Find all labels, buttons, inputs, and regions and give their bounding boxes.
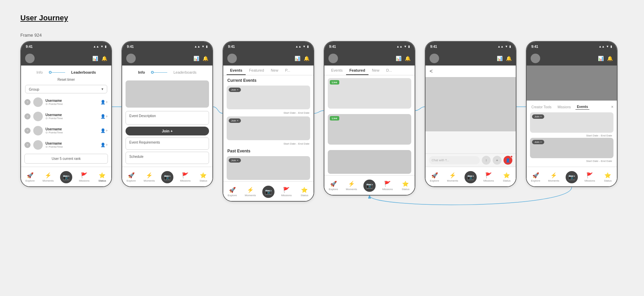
nav-moments-2[interactable]: ⚡ Moments [140, 172, 158, 182]
creator-tools-tab[interactable]: Creator Tools [530, 105, 553, 110]
rank-badge-3: ? [24, 128, 31, 134]
add-friend-icon-1[interactable]: 👤+ [100, 100, 108, 105]
nav-missions-tab-3[interactable]: 🚩 Missions [278, 187, 296, 197]
signal-icon-4: ▲▲ [396, 45, 402, 48]
join-badge-3[interactable]: Join + [229, 158, 241, 163]
add-friend-icon-3[interactable]: 👤+ [100, 128, 108, 133]
group-dropdown[interactable]: Group ▾ [25, 85, 107, 93]
chart-icon-2[interactable]: 📊 [193, 56, 199, 61]
nav-missions-6[interactable]: 📷 [563, 171, 581, 183]
tab-featured-4[interactable]: Featured [346, 66, 368, 75]
screen4-scroll[interactable]: Live Live [324, 75, 415, 175]
nav-explore-5[interactable]: 🚀 Explore [425, 172, 443, 182]
nav-explore-6[interactable]: 🚀 Explore [527, 172, 545, 182]
add-btn[interactable]: + [493, 156, 501, 165]
nav-status-5[interactable]: ⭐ Status [498, 172, 516, 182]
nav-missions-4[interactable]: 📷 [360, 180, 378, 192]
nav-missions-tab-2[interactable]: 🚩 Missions [176, 172, 194, 182]
nav-explore-3[interactable]: 🚀 Explore [223, 187, 241, 197]
live-btn[interactable]: 👤 [504, 156, 512, 165]
top-bar-icons-4: 📊 🔔 [396, 56, 411, 61]
camera-icon-3: 📷 [265, 188, 272, 195]
bell-icon-3[interactable]: 🔔 [304, 56, 309, 61]
join-button-2[interactable]: Join + [126, 127, 209, 135]
lightning-icon-4: ⚡ [348, 181, 355, 187]
nav-moments-4[interactable]: ⚡ Moments [342, 181, 360, 191]
overlay-join-badge-2[interactable]: Join + [532, 140, 544, 144]
chart-icon[interactable]: 📊 [92, 56, 98, 61]
lb-item-1: ? Username ⊙ Points/Time 👤+ [24, 96, 108, 108]
screen2-scroll[interactable]: Info Leaderboards Event Description Join… [122, 66, 212, 167]
status-icons-2: ▲▲ ▼ ▮ [194, 45, 208, 48]
bell-icon[interactable]: 🔔 [101, 56, 107, 61]
status-icons-1: ▲▲ ▼ ▮ [93, 45, 107, 48]
overlay-close-btn[interactable]: × [611, 105, 613, 109]
bell-icon-5[interactable]: 🔔 [506, 56, 512, 61]
nav-missions-3[interactable]: 📷 [259, 186, 277, 198]
nav-missions-tab-1[interactable]: 🚩 Missions [75, 172, 93, 182]
tab-events-3[interactable]: Events [227, 66, 246, 75]
nav-explore-1[interactable]: 🚀 Explore [21, 172, 39, 182]
rocket-icon: 🚀 [27, 172, 34, 179]
nav-status-4[interactable]: ⭐ Status [397, 181, 415, 191]
nav-status-2[interactable]: ⭐ Status [194, 172, 212, 182]
tab-info-1[interactable]: Info [30, 69, 49, 76]
chat-input[interactable]: Chat with T... [429, 156, 480, 164]
status-bar-3: 9:41 ▲▲ ▼ ▮ [223, 42, 314, 51]
overlay-join-badge-1[interactable]: Join + [532, 114, 544, 119]
nav-moments-3[interactable]: ⚡ Moments [241, 187, 259, 197]
nav-missions-5[interactable]: 📷 [461, 171, 479, 183]
chat-bar-5: Chat with T... ↑ + 👤 [425, 153, 516, 167]
nav-missions-tab-6[interactable]: 🚩 Missions [581, 172, 599, 182]
chart-icon-6[interactable]: 📊 [598, 56, 604, 61]
camera-icon-4: 📷 [366, 182, 373, 189]
missions-overlay-tab[interactable]: Missions [556, 105, 572, 110]
tab-info-2[interactable]: Info [132, 69, 151, 76]
join-badge-2[interactable]: Join + [229, 118, 241, 123]
events-overlay-tab[interactable]: Events [575, 104, 589, 110]
share-btn[interactable]: ↑ [482, 156, 491, 165]
screen1-scroll[interactable]: Info Leaderboards Reset timer Group ▾ ? [21, 66, 111, 167]
connector-line-2 [154, 72, 167, 73]
status-label-2: Status [200, 179, 207, 182]
signal-icon-5: ▲▲ [497, 45, 504, 48]
nav-status-3[interactable]: ⭐ Status [296, 187, 314, 197]
nav-moments-5[interactable]: ⚡ Moments [443, 172, 461, 182]
chart-icon-4[interactable]: 📊 [396, 56, 401, 61]
tab-new-4[interactable]: New [368, 66, 383, 75]
tab-events-4[interactable]: Events [328, 66, 346, 75]
nav-missions-2[interactable]: 📷 [158, 171, 176, 183]
tab-leaderboards-2[interactable]: Leaderboards [167, 69, 203, 76]
bell-icon-6[interactable]: 🔔 [607, 56, 613, 61]
chart-icon-3[interactable]: 📊 [295, 56, 300, 61]
add-friend-icon-4[interactable]: 👤+ [100, 143, 108, 147]
nav-moments-1[interactable]: ⚡ Moments [39, 172, 57, 182]
nav-explore-4[interactable]: 🚀 Explore [324, 181, 342, 191]
tab-new-3[interactable]: New [267, 66, 282, 75]
overlay-date-1: Start Date - End Date [530, 133, 613, 138]
nav-missions-tab-4[interactable]: 🚩 Missions [379, 181, 397, 191]
join-badge-1[interactable]: Join + [229, 88, 241, 92]
tab-more-3[interactable]: P... [282, 66, 293, 75]
bell-icon-2[interactable]: 🔔 [203, 56, 208, 61]
lightning-icon-3: ⚡ [247, 187, 254, 193]
flag-icon-3: 🚩 [283, 187, 290, 193]
nav-moments-6[interactable]: ⚡ Moments [545, 172, 563, 182]
bottom-nav-1: 🚀 Explore ⚡ Moments 📷 🚩 Mission [21, 167, 111, 186]
nav-missions-tab-5[interactable]: 🚩 Missions [480, 172, 498, 182]
nav-status-6[interactable]: ⭐ Status [599, 172, 617, 182]
screen3-scroll[interactable]: Current Events Join + Start Date - End D… [223, 75, 314, 181]
tab-more-4[interactable]: D... [383, 66, 395, 75]
moments-label-3: Moments [245, 194, 256, 197]
nav-explore-2[interactable]: 🚀 Explore [122, 172, 140, 182]
back-button-5[interactable]: < [425, 66, 516, 77]
add-friend-icon-2[interactable]: 👤+ [100, 114, 108, 119]
missions-circle-2: 📷 [161, 171, 173, 183]
nav-missions-1[interactable]: 📷 [57, 171, 75, 183]
bell-icon-4[interactable]: 🔔 [405, 56, 411, 61]
battery-icon-5: ▮ [509, 45, 511, 48]
chart-icon-5[interactable]: 📊 [497, 56, 503, 61]
tab-leaderboards-1[interactable]: Leaderboards [65, 69, 102, 76]
nav-status-1[interactable]: ⭐ Status [93, 172, 111, 182]
tab-featured-3[interactable]: Featured [246, 66, 267, 75]
